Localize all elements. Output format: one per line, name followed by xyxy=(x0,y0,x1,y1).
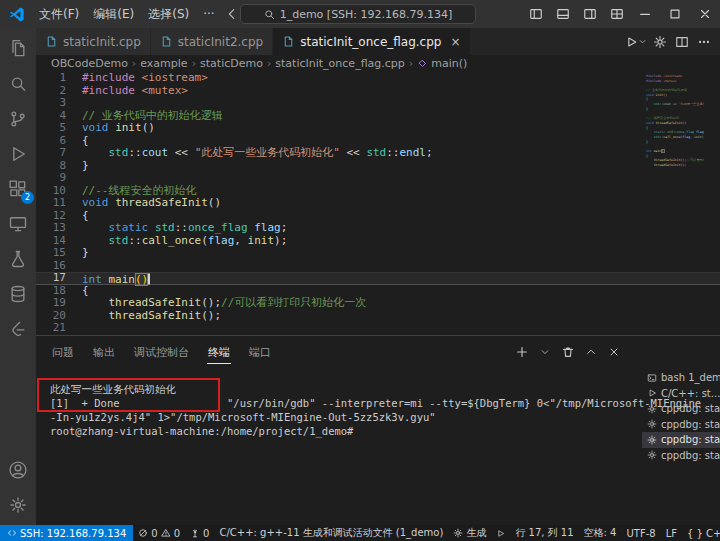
split-editor-icon[interactable] xyxy=(671,31,692,53)
code-line-7[interactable]: 7 std::cout << "此处写一些业务代码初始化" << std::en… xyxy=(36,147,720,160)
breadcrumb-item[interactable]: OBCodeDemo xyxy=(51,57,128,70)
code-line-14[interactable]: 14 std::call_once(flag, init); xyxy=(36,235,720,248)
tab-staticInit_once_flag.cpp[interactable]: staticInit_once_flag.cpp× xyxy=(273,28,470,55)
code-line-2[interactable]: 2#include <mutex> xyxy=(36,85,720,98)
terminal-list-item[interactable]: cppdbg: sta... xyxy=(642,432,720,448)
breadcrumb-item[interactable]: staticInit_once_flag.cpp xyxy=(275,57,404,70)
source-control-icon[interactable] xyxy=(0,101,36,136)
line-number: 19 xyxy=(36,297,82,310)
terminal-output[interactable]: 此处写一些业务代码初始化[1] + Done "/usr/bin/gdb" --… xyxy=(50,382,701,438)
line-number: 21 xyxy=(36,322,82,335)
command-center-search[interactable]: 1_demo [SSH: 192.168.79.134] xyxy=(240,4,476,24)
minimize-button[interactable] xyxy=(630,0,660,28)
code-line-11[interactable]: 11void threadSafeInit() xyxy=(36,197,720,210)
terminal-list-item[interactable]: cppdbg: sta... xyxy=(642,417,720,433)
terminal-list: bash 1_demoC/C++: st...cppdbg: sta...cpp… xyxy=(642,370,720,525)
eol[interactable]: LF xyxy=(661,525,682,541)
ports-indicator[interactable]: 0 xyxy=(185,525,214,541)
kill-terminal-button[interactable] xyxy=(560,344,576,360)
close-tab-icon[interactable]: × xyxy=(450,35,460,49)
leetcode-icon[interactable] xyxy=(0,311,36,346)
search-icon[interactable] xyxy=(0,66,36,101)
run-dropdown-icon[interactable] xyxy=(637,31,648,53)
editor-more-actions-icon[interactable] xyxy=(693,31,714,53)
encoding[interactable]: UTF-8 xyxy=(621,525,660,541)
code-line-20[interactable]: 20 threadSafeInit(); xyxy=(36,310,720,323)
close-window-button[interactable] xyxy=(690,0,720,28)
code-line-5[interactable]: 5void init() xyxy=(36,122,720,135)
gear-icon xyxy=(647,435,657,445)
menu-item-2[interactable]: 选择(S) xyxy=(141,7,196,21)
code-line-16[interactable]: 16 xyxy=(36,260,720,273)
terminal-list-label: bash 1_demo xyxy=(661,372,720,383)
cpp-build-task[interactable]: C/C++: g++-11 生成和调试活动文件 (1_demo) xyxy=(214,525,448,541)
testing-icon[interactable] xyxy=(0,241,36,276)
play-icon xyxy=(496,529,505,538)
gear-icon xyxy=(647,419,657,429)
tab-label: staticInit.cpp xyxy=(63,35,141,49)
maximize-panel-button[interactable] xyxy=(583,344,599,360)
tab-staticInit2.cpp[interactable]: staticInit2.cpp xyxy=(151,28,273,55)
debug-settings-icon[interactable] xyxy=(649,31,670,53)
language-mode[interactable]: { } C++ xyxy=(682,525,720,541)
terminal-list-label: cppdbg: sta... xyxy=(661,403,720,414)
indentation[interactable]: 空格: 4 xyxy=(579,525,622,541)
panel-tab-调试控制台[interactable]: 调试控制台 xyxy=(133,337,190,368)
remote-indicator[interactable]: SSH: 192.168.79.134 xyxy=(0,525,133,541)
terminal-line: 此处写一些业务代码初始化 xyxy=(50,382,701,396)
tab-staticInit.cpp[interactable]: staticInit.cpp xyxy=(36,28,151,55)
menu-item-1[interactable]: 编辑(E) xyxy=(86,7,141,21)
breadcrumb-separator: › xyxy=(267,57,271,70)
close-panel-button[interactable] xyxy=(606,344,622,360)
terminal-line: root@zhang-virtual-machine:/home/project… xyxy=(50,424,701,438)
toggle-secondary-sidebar-icon[interactable] xyxy=(576,0,603,28)
terminal-list-label: cppdbg: sta... xyxy=(661,434,720,445)
code-line-21[interactable]: 21 xyxy=(36,322,720,335)
code-editor[interactable]: 1#include <iostream>2#include <mutex>34/… xyxy=(36,72,720,335)
back-button[interactable] xyxy=(222,7,242,21)
panel-tab-输出[interactable]: 输出 xyxy=(92,337,116,368)
customize-layout-icon[interactable] xyxy=(603,0,630,28)
build-button[interactable]: 生成 xyxy=(448,525,491,541)
panel-tab-问题[interactable]: 问题 xyxy=(51,337,75,368)
breadcrumb-item[interactable]: main() xyxy=(417,57,467,70)
terminal-picker-icon[interactable] xyxy=(537,344,553,360)
problems-indicator[interactable]: 0 0 xyxy=(133,525,185,541)
panel-tab-端口[interactable]: 端口 xyxy=(248,337,272,368)
database-icon[interactable] xyxy=(0,276,36,311)
breadcrumb-item[interactable]: example xyxy=(140,57,187,70)
accounts-icon[interactable] xyxy=(0,452,36,487)
terminal-line: -In-yu1z2ys.4j4" 1>"/tmp/Microsoft-MIEng… xyxy=(50,410,701,424)
panel-tab-终端[interactable]: 终端 xyxy=(207,337,231,368)
line-number: 11 xyxy=(36,197,82,210)
search-icon xyxy=(264,9,275,20)
cursor-position[interactable]: 行 17, 列 11 xyxy=(510,525,578,541)
settings-icon[interactable] xyxy=(0,487,36,522)
code-line-17[interactable]: 17int main() xyxy=(36,272,720,285)
menu-item-0[interactable]: 文件(F) xyxy=(32,7,86,21)
run-task-button[interactable] xyxy=(491,525,510,541)
menu-item-3[interactable]: ··· xyxy=(196,7,221,21)
cpp-file-icon xyxy=(45,35,58,48)
menu-bar: 文件(F)编辑(E)选择(S)··· xyxy=(32,4,222,24)
line-number: 13 xyxy=(36,222,82,235)
toggle-sidebar-icon[interactable] xyxy=(522,0,549,28)
terminal-list-item[interactable]: cppdbg: sta... xyxy=(642,448,720,464)
extensions-icon[interactable]: 2 xyxy=(0,171,36,206)
terminal-list-item[interactable]: cppdbg: sta... xyxy=(642,401,720,417)
breadcrumb-item[interactable]: staticDemo xyxy=(200,57,263,70)
tab-label: staticInit2.cpp xyxy=(178,35,263,49)
code-line-8[interactable]: 8} xyxy=(36,160,720,173)
minimap[interactable]: #include <iostream>#include <mutex>// 业务… xyxy=(646,74,704,172)
toggle-panel-icon[interactable] xyxy=(549,0,576,28)
terminal-list-item[interactable]: bash 1_demo xyxy=(642,370,720,386)
code-line-15[interactable]: 15} xyxy=(36,247,720,260)
explorer-icon[interactable] xyxy=(0,31,36,66)
remote-explorer-icon[interactable] xyxy=(0,206,36,241)
new-terminal-button[interactable] xyxy=(514,344,530,360)
maximize-button[interactable] xyxy=(660,0,690,28)
line-number: 9 xyxy=(36,172,82,185)
terminal-list-item[interactable]: C/C++: st... xyxy=(642,386,720,402)
run-and-debug-icon[interactable] xyxy=(0,136,36,171)
vscode-window: 文件(F)编辑(E)选择(S)··· 1_demo [SSH: 192.168.… xyxy=(0,0,720,541)
